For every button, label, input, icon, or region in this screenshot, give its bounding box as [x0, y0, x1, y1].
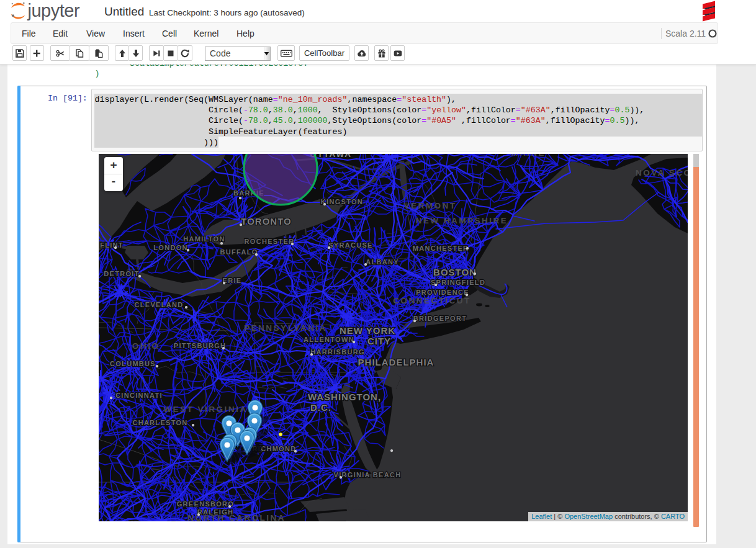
- svg-text:ALBANY: ALBANY: [366, 258, 399, 266]
- svg-text:NEW YORK: NEW YORK: [340, 325, 395, 336]
- svg-text:KINGSTON: KINGSTON: [321, 198, 363, 205]
- svg-text:RALEIGH: RALEIGH: [197, 508, 234, 516]
- svg-text:PROVIDENCE: PROVIDENCE: [416, 289, 469, 296]
- svg-text:SPRINGFIELD: SPRINGFIELD: [431, 279, 485, 286]
- svg-text:GREENSBORO: GREENSBORO: [177, 500, 234, 508]
- svg-text:HAMILTON: HAMILTON: [183, 235, 225, 243]
- svg-text:TORONTO: TORONTO: [241, 216, 291, 227]
- svg-text:CONNECTICUT: CONNECTICUT: [393, 296, 471, 305]
- svg-text:SYRACUSE: SYRACUSE: [328, 241, 373, 249]
- svg-text:MAINE: MAINE: [511, 154, 546, 158]
- svg-text:DETROIT: DETROIT: [104, 270, 139, 277]
- svg-text:BOSTON: BOSTON: [433, 267, 477, 277]
- svg-text:HARRISBURG: HARRISBURG: [310, 348, 365, 356]
- svg-text:VERMONT: VERMONT: [404, 201, 457, 210]
- svg-text:CITY: CITY: [367, 336, 391, 346]
- svg-text:ALLENTOWN: ALLENTOWN: [304, 336, 354, 343]
- svg-text:D.C.: D.C.: [310, 402, 331, 413]
- svg-text:COLUMBUS: COLUMBUS: [110, 360, 156, 367]
- svg-text:NOVA SCOTIA: NOVA SCOTIA: [636, 168, 688, 177]
- svg-text:VIRGINIA BEACH: VIRGINIA BEACH: [334, 471, 402, 478]
- svg-text:BUFFALO: BUFFALO: [220, 248, 258, 256]
- svg-text:FLINT: FLINT: [100, 241, 124, 249]
- svg-text:MANCHESTER: MANCHESTER: [413, 245, 469, 252]
- svg-text:OHIO: OHIO: [132, 341, 160, 351]
- svg-text:CHARLESTON: CHARLESTON: [132, 419, 187, 426]
- svg-text:LONDON: LONDON: [153, 244, 187, 251]
- svg-text:ERIE: ERIE: [223, 277, 242, 284]
- svg-text:WEST VIRGINIA: WEST VIRGINIA: [163, 405, 247, 414]
- svg-text:jupyter: jupyter: [27, 1, 80, 20]
- svg-text:ROCHESTER: ROCHESTER: [245, 238, 295, 245]
- svg-text:CINCINNATI: CINCINNATI: [115, 392, 163, 399]
- svg-text:PENNSYLVANIA: PENNSYLVANIA: [244, 323, 327, 333]
- svg-text:WASHINGTON,: WASHINGTON,: [308, 392, 381, 402]
- svg-text:NEW HAMPSHIRE: NEW HAMPSHIRE: [416, 216, 508, 225]
- svg-text:CLEVELAND: CLEVELAND: [135, 301, 184, 308]
- svg-text:PITTSBURGH: PITTSBURGH: [174, 342, 227, 349]
- svg-text:PHILADELPHIA: PHILADELPHIA: [358, 357, 434, 367]
- svg-text:BRIDGEPORT: BRIDGEPORT: [413, 315, 467, 322]
